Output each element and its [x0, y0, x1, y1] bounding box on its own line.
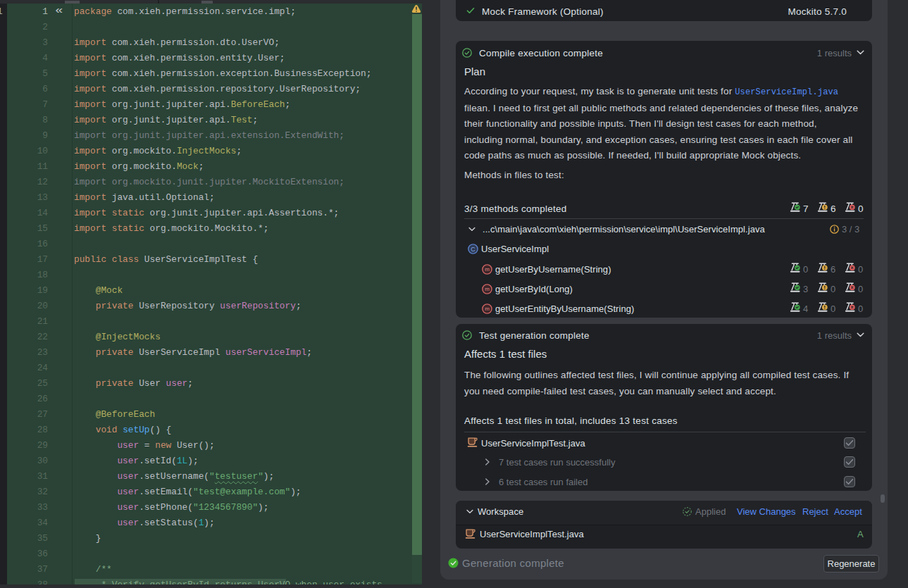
svg-text:C: C	[471, 246, 475, 253]
svg-text:m: m	[485, 266, 490, 273]
svg-text:m: m	[485, 306, 490, 312]
svg-text:m: m	[485, 286, 490, 292]
